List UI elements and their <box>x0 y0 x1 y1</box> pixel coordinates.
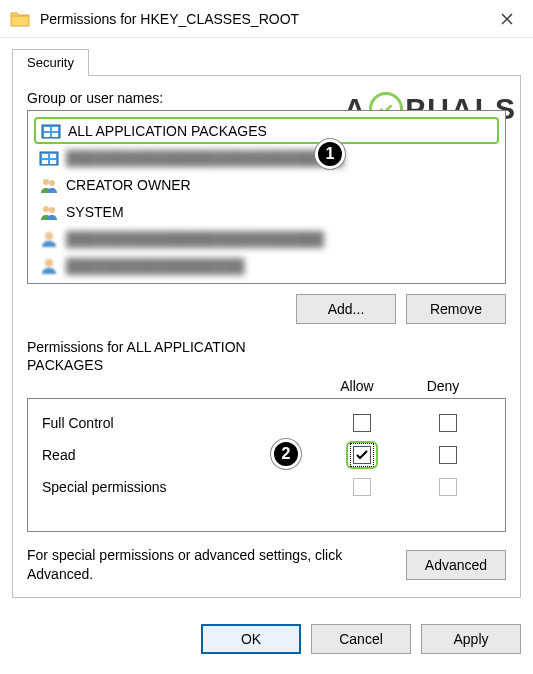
svg-rect-8 <box>42 160 48 164</box>
close-button[interactable] <box>487 4 527 34</box>
advanced-button[interactable]: Advanced <box>406 550 506 580</box>
list-item-creator-owner[interactable]: CREATOR OWNER <box>34 171 499 198</box>
perm-row-full-control: Full Control <box>42 407 491 439</box>
svg-rect-6 <box>42 154 48 158</box>
list-item-all-application-packages[interactable]: ALL APPLICATION PACKAGES <box>34 117 499 144</box>
svg-rect-7 <box>50 154 56 158</box>
perm-row-special: Special permissions <box>42 471 491 503</box>
svg-rect-4 <box>52 133 58 137</box>
list-item-label: CREATOR OWNER <box>66 177 191 193</box>
perm-name: Full Control <box>42 415 319 431</box>
deny-full-control-checkbox[interactable] <box>439 414 457 432</box>
folder-icon <box>10 10 30 28</box>
users-icon <box>38 175 60 195</box>
svg-point-11 <box>49 180 55 186</box>
annotation-callout-1: 1 <box>315 139 345 169</box>
list-item-label: ██████████████████ <box>66 258 245 274</box>
group-names-label: Group or user names: <box>27 90 506 106</box>
permissions-listbox: Full Control Read 2 Special permissi <box>27 398 506 532</box>
allow-column-header: Allow <box>314 378 400 394</box>
ok-button[interactable]: OK <box>201 624 301 654</box>
allow-read-checkbox[interactable] <box>353 446 371 464</box>
list-item-label: SYSTEM <box>66 204 124 220</box>
allow-read-highlight <box>346 441 378 469</box>
list-item-label: ████████████████████████████ <box>66 150 344 166</box>
svg-rect-2 <box>52 127 58 131</box>
allow-special-checkbox <box>353 478 371 496</box>
tab-security[interactable]: Security <box>12 49 89 76</box>
perm-name: Special permissions <box>42 479 319 495</box>
list-item-system[interactable]: SYSTEM <box>34 198 499 225</box>
svg-rect-3 <box>44 133 50 137</box>
package-icon <box>38 148 60 168</box>
users-icon <box>38 202 60 222</box>
svg-rect-9 <box>50 160 56 164</box>
group-user-listbox[interactable]: ALL APPLICATION PACKAGES ███████████████… <box>27 110 506 284</box>
title-bar: Permissions for HKEY_CLASSES_ROOT <box>0 0 533 38</box>
remove-button[interactable]: Remove <box>406 294 506 324</box>
list-item-blurred-3[interactable]: ██████████████████ <box>34 252 499 279</box>
advanced-note: For special permissions or advanced sett… <box>27 546 396 582</box>
deny-column-header: Deny <box>400 378 486 394</box>
security-panel: Group or user names: ALL APPLICATION PAC… <box>12 75 521 598</box>
svg-rect-1 <box>44 127 50 131</box>
deny-special-checkbox <box>439 478 457 496</box>
svg-point-14 <box>45 232 53 240</box>
dialog-footer: OK Cancel Apply <box>0 610 533 654</box>
deny-read-checkbox[interactable] <box>439 446 457 464</box>
list-item-label: ██████████████████████████ <box>66 231 324 247</box>
annotation-callout-2: 2 <box>271 439 301 469</box>
package-icon <box>40 121 62 141</box>
svg-point-13 <box>49 207 55 213</box>
list-item-blurred-2[interactable]: ██████████████████████████ <box>34 225 499 252</box>
apply-button[interactable]: Apply <box>421 624 521 654</box>
permissions-for-label: Permissions for ALL APPLICATION PACKAGES <box>27 338 287 374</box>
window-title: Permissions for HKEY_CLASSES_ROOT <box>40 11 487 27</box>
list-item-blurred-1[interactable]: ████████████████████████████ <box>34 144 499 171</box>
svg-point-10 <box>43 179 49 185</box>
perm-row-read: Read 2 <box>42 439 491 471</box>
list-item-label: ALL APPLICATION PACKAGES <box>68 123 267 139</box>
svg-point-15 <box>45 259 53 267</box>
add-button[interactable]: Add... <box>296 294 396 324</box>
permissions-header: Allow Deny <box>27 378 506 394</box>
svg-point-12 <box>43 206 49 212</box>
user-icon <box>38 229 60 249</box>
cancel-button[interactable]: Cancel <box>311 624 411 654</box>
user-icon <box>38 256 60 276</box>
allow-full-control-checkbox[interactable] <box>353 414 371 432</box>
